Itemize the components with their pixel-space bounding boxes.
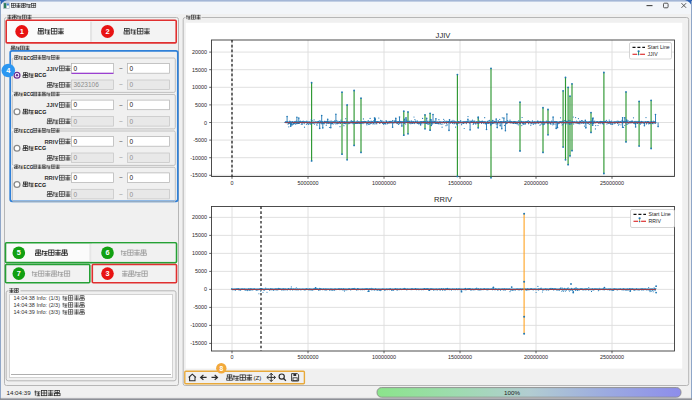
- svg-text:0: 0: [130, 101, 134, 108]
- svg-text:5000: 5000: [195, 268, 207, 274]
- svg-text:BCG: BCG: [24, 92, 34, 97]
- svg-text:JJIV: JJIV: [46, 66, 58, 72]
- svg-text:0: 0: [130, 118, 134, 125]
- svg-text:~: ~: [119, 154, 123, 161]
- svg-text:0: 0: [130, 138, 134, 145]
- svg-text:3: 3: [105, 269, 109, 278]
- svg-text:(Z): (Z): [254, 374, 262, 381]
- svg-text:0: 0: [74, 154, 78, 161]
- svg-text:7: 7: [17, 269, 21, 278]
- svg-text:-15000: -15000: [190, 340, 207, 346]
- svg-text:10000000: 10000000: [372, 180, 396, 186]
- svg-text:~: ~: [119, 102, 123, 109]
- svg-text:~: ~: [119, 138, 123, 145]
- svg-text:Start Line: Start Line: [648, 44, 670, 50]
- svg-text:5000: 5000: [195, 102, 207, 108]
- svg-text:~: ~: [119, 65, 123, 72]
- svg-text:2: 2: [105, 27, 109, 36]
- svg-text:~: ~: [119, 174, 123, 181]
- svg-text:0: 0: [74, 118, 78, 125]
- svg-text:0: 0: [130, 191, 134, 198]
- svg-text:0: 0: [130, 154, 134, 161]
- svg-text:0: 0: [74, 174, 78, 181]
- svg-text:14:04:38 Info: (2/3): 14:04:38 Info: (2/3): [14, 302, 61, 308]
- svg-text:5: 5: [17, 248, 21, 257]
- svg-text:JJIV: JJIV: [46, 102, 58, 108]
- svg-text:~: ~: [119, 118, 123, 125]
- svg-text:10000: 10000: [192, 84, 207, 90]
- svg-text:6: 6: [105, 248, 109, 257]
- svg-text:ECG: ECG: [34, 145, 46, 151]
- svg-text:0: 0: [231, 354, 234, 360]
- svg-text:25000000: 25000000: [600, 180, 624, 186]
- svg-text:-5000: -5000: [193, 137, 207, 143]
- svg-text:5000000: 5000000: [298, 180, 319, 186]
- svg-text:RRIV: RRIV: [44, 175, 58, 181]
- svg-text:20000000: 20000000: [524, 354, 548, 360]
- svg-text:JJIV: JJIV: [436, 31, 452, 40]
- svg-text:0: 0: [74, 138, 78, 145]
- svg-text:-10000: -10000: [190, 322, 207, 328]
- svg-text:10000: 10000: [192, 250, 207, 256]
- svg-text:0: 0: [74, 101, 78, 108]
- svg-text:1: 1: [20, 27, 24, 36]
- svg-text:-5000: -5000: [193, 304, 207, 310]
- svg-text:15000000: 15000000: [448, 180, 472, 186]
- svg-text:ECG: ECG: [34, 182, 46, 188]
- svg-text:8: 8: [219, 365, 223, 372]
- svg-text:JJIV: JJIV: [648, 51, 659, 57]
- svg-text:100%: 100%: [504, 389, 520, 396]
- svg-text:14:04:38 Info: (1/3): 14:04:38 Info: (1/3): [14, 295, 61, 301]
- svg-text:0: 0: [231, 180, 234, 186]
- svg-text:Start Line: Start Line: [649, 211, 671, 217]
- svg-text:15000000: 15000000: [448, 354, 472, 360]
- svg-text:0: 0: [204, 120, 207, 126]
- svg-text:RRIV: RRIV: [44, 139, 58, 145]
- svg-text:14:04:39: 14:04:39: [7, 389, 32, 396]
- svg-text:5000000: 5000000: [298, 354, 319, 360]
- svg-text:-15000: -15000: [190, 172, 207, 178]
- svg-text:0: 0: [130, 174, 134, 181]
- svg-text:20000: 20000: [192, 214, 207, 220]
- svg-text:10000000: 10000000: [372, 354, 396, 360]
- svg-text:RRIV: RRIV: [434, 195, 453, 204]
- svg-text:20000000: 20000000: [524, 180, 548, 186]
- svg-text:3623106: 3623106: [74, 81, 100, 88]
- svg-text:20000: 20000: [192, 49, 207, 55]
- svg-text:0: 0: [74, 191, 78, 198]
- svg-text:BCG: BCG: [34, 72, 46, 78]
- svg-text:~: ~: [119, 191, 123, 198]
- svg-text:-10000: -10000: [190, 155, 207, 161]
- svg-text:BCG: BCG: [24, 56, 34, 61]
- svg-text:BCG: BCG: [34, 109, 46, 115]
- svg-text:0: 0: [204, 286, 207, 292]
- svg-text:ECG: ECG: [24, 165, 34, 170]
- svg-text:RRIV: RRIV: [649, 218, 662, 224]
- svg-text:0: 0: [130, 81, 134, 88]
- svg-text:0: 0: [130, 65, 134, 72]
- svg-text:0: 0: [74, 65, 78, 72]
- svg-text:~: ~: [119, 81, 123, 88]
- svg-text:14:04:39 Info: (3/3): 14:04:39 Info: (3/3): [14, 309, 61, 315]
- svg-text:ECG: ECG: [24, 129, 34, 134]
- svg-text:15000: 15000: [192, 67, 207, 73]
- svg-text:25000000: 25000000: [600, 354, 624, 360]
- svg-text:15000: 15000: [192, 232, 207, 238]
